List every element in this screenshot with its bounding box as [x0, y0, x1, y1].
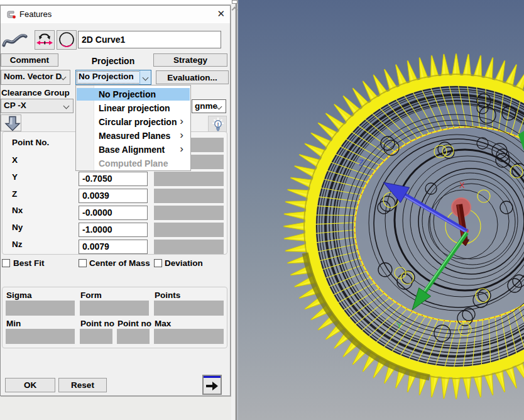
svg-text:X: X — [459, 180, 465, 190]
svg-text:!: ! — [217, 121, 219, 128]
svg-text:Y: Y — [396, 321, 402, 330]
svg-text:Z: Z — [359, 158, 364, 167]
